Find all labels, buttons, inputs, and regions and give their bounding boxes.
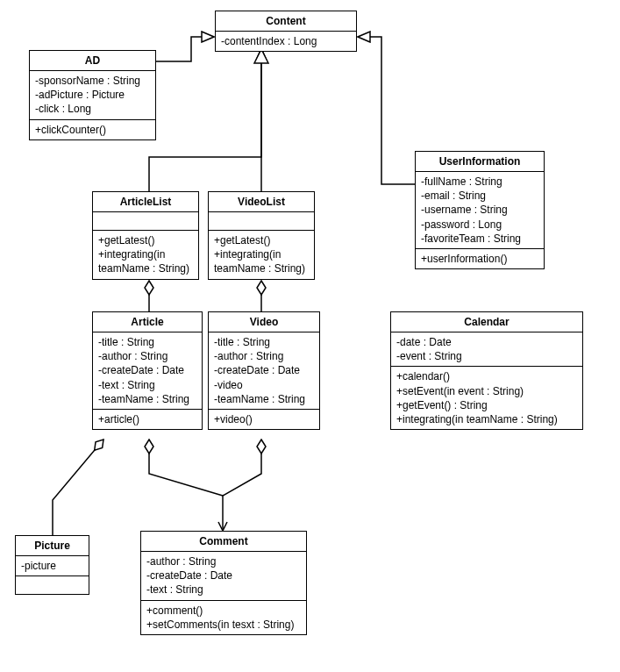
attr: -title : String xyxy=(98,335,196,349)
attr: -fullName : String xyxy=(421,175,538,189)
attr: -title : String xyxy=(214,335,314,349)
attr: -date : Date xyxy=(396,335,577,349)
method: teamName : String) xyxy=(98,261,193,275)
attr: -picture xyxy=(21,560,56,572)
method: +article() xyxy=(98,412,196,426)
method: +integrating(in xyxy=(98,247,193,261)
attr: -favoriteTeam : String xyxy=(421,232,538,246)
attr: -author : String xyxy=(214,349,314,363)
class-comment: Comment -author : String -createDate : D… xyxy=(140,531,307,635)
class-title: AD xyxy=(30,51,155,71)
class-title: Article xyxy=(93,312,202,332)
class-content: Content -contentIndex : Long xyxy=(215,11,357,52)
attr: -author : String xyxy=(146,554,301,568)
method: +integrating(in xyxy=(214,247,309,261)
attr: -username : String xyxy=(421,203,538,217)
method: +getLatest() xyxy=(98,233,193,247)
class-title: Picture xyxy=(16,536,89,556)
class-title: Video xyxy=(209,312,319,332)
attr: -author : String xyxy=(98,349,196,363)
class-articlelist: ArticleList +getLatest() +integrating(in… xyxy=(92,191,199,280)
method: +calendar() xyxy=(396,369,577,383)
method: teamName : String) xyxy=(214,261,309,275)
attr: -text : String xyxy=(146,583,301,597)
class-title: ArticleList xyxy=(93,192,198,212)
class-ad: AD -sponsorName : String -adPicture : Pi… xyxy=(29,50,156,140)
class-title: Comment xyxy=(141,532,306,552)
class-article: Article -title : String -author : String… xyxy=(92,311,203,430)
class-title: Content xyxy=(216,11,356,32)
attr: -video xyxy=(214,378,314,392)
method: +userInformation() xyxy=(421,252,538,266)
class-picture: Picture -picture xyxy=(15,535,89,595)
method: +integrating(in teamName : String) xyxy=(396,412,577,426)
method: +getEvent() : String xyxy=(396,398,577,412)
attr: -createDate : Date xyxy=(146,568,301,583)
class-title: Calendar xyxy=(391,312,582,332)
method: +setEvent(in event : String) xyxy=(396,384,577,398)
attr: -createDate : Date xyxy=(98,363,196,377)
attr: -sponsorName : String xyxy=(35,74,150,88)
method: +setComments(in tesxt : String) xyxy=(146,618,301,632)
class-userinformation: UserInformation -fullName : String -emai… xyxy=(415,151,545,269)
attr: -teamName : String xyxy=(98,392,196,406)
attr: -event : String xyxy=(396,349,577,363)
attr: -click : Long xyxy=(35,102,150,116)
class-title: VideoList xyxy=(209,192,314,212)
class-calendar: Calendar -date : Date -event : String +c… xyxy=(390,311,583,430)
attr: -text : String xyxy=(98,378,196,392)
attr: -adPicture : Picture xyxy=(35,88,150,102)
attr: -contentIndex : Long xyxy=(221,35,317,47)
method: +video() xyxy=(214,412,314,426)
class-videolist: VideoList +getLatest() +integrating(in t… xyxy=(208,191,315,280)
method: +comment() xyxy=(146,604,301,618)
attr: -password : Long xyxy=(421,218,538,232)
class-video: Video -title : String -author : String -… xyxy=(208,311,320,430)
attr: -createDate : Date xyxy=(214,363,314,377)
attr: -email : String xyxy=(421,189,538,203)
attr: -teamName : String xyxy=(214,392,314,406)
class-title: UserInformation xyxy=(416,152,544,172)
method: +clickCounter() xyxy=(35,123,150,137)
method: +getLatest() xyxy=(214,233,309,247)
